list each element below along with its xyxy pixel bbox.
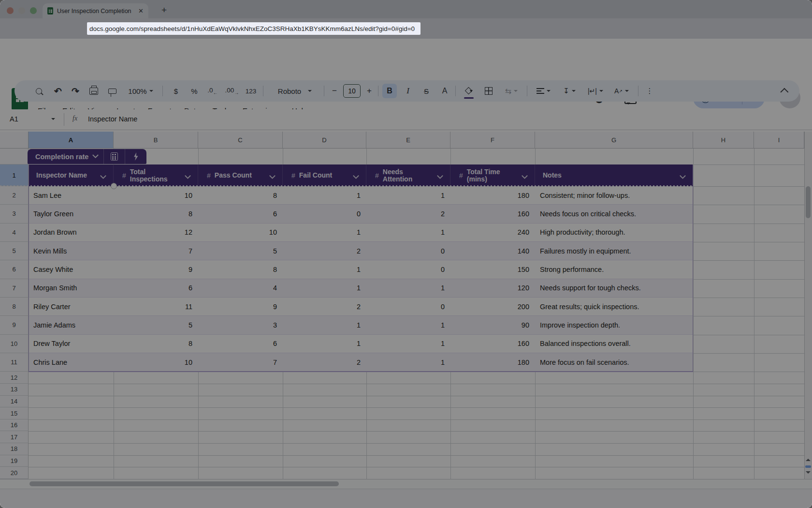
cell-time[interactable]: 120 — [450, 279, 535, 297]
cell-time[interactable]: 180 — [450, 353, 535, 371]
cell-needs[interactable]: 1 — [366, 224, 450, 241]
more-toolbar-icon[interactable]: ⋮ — [643, 80, 656, 102]
cell-notes[interactable]: Needs focus on critical checks. — [535, 205, 693, 223]
column-header-H[interactable]: H — [693, 132, 754, 149]
cell-pass[interactable]: 3 — [198, 316, 283, 334]
table-suggestions-icon[interactable] — [132, 152, 139, 161]
strikethrough-button[interactable]: S — [420, 80, 433, 102]
increase-font-size-button[interactable]: + — [362, 80, 376, 102]
cell-notes[interactable]: Improve inspection depth. — [535, 316, 693, 334]
cell-needs[interactable]: 0 — [366, 260, 450, 278]
cell-fail[interactable]: 1 — [283, 316, 366, 334]
vertical-scrollbar[interactable] — [804, 132, 812, 479]
vertical-align-button[interactable]: ↧ — [559, 80, 580, 102]
scroll-up-icon[interactable] — [806, 459, 811, 461]
zoom-window-button[interactable] — [30, 7, 37, 14]
row-header-10[interactable]: 10 — [0, 335, 29, 353]
row-header-5[interactable]: 5 — [0, 242, 29, 260]
column-header-C[interactable]: C — [198, 132, 283, 149]
cell-pass[interactable]: 8 — [198, 186, 283, 204]
select-all-corner[interactable] — [0, 132, 29, 149]
row-header-13[interactable]: 13 — [0, 384, 29, 396]
more-formats-button[interactable]: 123 — [243, 80, 259, 102]
italic-button[interactable]: I — [401, 80, 415, 102]
cell-time[interactable]: 240 — [450, 224, 535, 241]
font-select[interactable]: Roboto — [270, 80, 320, 102]
cell-needs[interactable]: 1 — [366, 316, 450, 334]
cell-fail[interactable]: 0 — [283, 205, 366, 223]
table-header-notes[interactable]: Notes — [535, 164, 693, 186]
column-header-B[interactable]: B — [114, 132, 198, 149]
row-header-12[interactable]: 12 — [0, 372, 29, 384]
column-header-A[interactable]: A — [29, 132, 114, 149]
table-calculate-icon[interactable] — [111, 152, 118, 161]
column-dropdown-icon[interactable] — [680, 173, 686, 179]
cell-notes[interactable]: Needs support for tough checks. — [535, 279, 693, 297]
cell-notes[interactable]: Balanced inspections overall. — [535, 335, 693, 353]
cell-total[interactable]: 5 — [114, 316, 198, 334]
cell-needs[interactable]: 1 — [366, 279, 450, 297]
text-rotation-button[interactable]: A↗ — [611, 80, 632, 102]
new-tab-button[interactable]: + — [161, 5, 167, 15]
cell-pass[interactable]: 5 — [198, 242, 283, 260]
row-header-7[interactable]: 7 — [0, 279, 29, 298]
cell-time[interactable]: 160 — [450, 335, 535, 353]
row-header-11[interactable]: 11 — [0, 353, 29, 372]
cell-total[interactable]: 10 — [114, 353, 198, 371]
cell-name[interactable]: Jamie Adams — [29, 316, 114, 334]
cell-fail[interactable]: 2 — [283, 242, 366, 260]
borders-button[interactable] — [481, 80, 496, 102]
table-header-time[interactable]: #Total Time (mins) — [450, 164, 535, 186]
column-header-D[interactable]: D — [283, 132, 366, 149]
cell-time[interactable]: 150 — [450, 260, 535, 278]
search-icon[interactable] — [32, 80, 45, 102]
cell-total[interactable]: 8 — [114, 335, 198, 353]
column-dropdown-icon[interactable] — [437, 173, 443, 179]
row-header-16[interactable]: 16 — [0, 419, 29, 432]
cell-total[interactable]: 8 — [114, 205, 198, 223]
cell-fail[interactable]: 1 — [283, 279, 366, 297]
cell-needs[interactable]: 1 — [366, 186, 450, 204]
increase-decimals-button[interactable]: .00→ — [223, 80, 241, 102]
minimize-window-button[interactable] — [18, 7, 25, 14]
horizontal-scrollbar-thumb[interactable] — [29, 481, 339, 486]
redo-icon[interactable]: ↷ — [69, 80, 82, 102]
column-dropdown-icon[interactable] — [522, 173, 528, 179]
cell-total[interactable]: 11 — [114, 298, 198, 315]
cell-total[interactable]: 7 — [114, 242, 198, 260]
cell-fail[interactable]: 1 — [283, 335, 366, 353]
cell-pass[interactable]: 9 — [198, 298, 283, 315]
cell-notes[interactable]: Consistent; minor follow-ups. — [535, 186, 693, 204]
cell-time[interactable]: 140 — [450, 242, 535, 260]
cell-fail[interactable]: 1 — [283, 260, 366, 278]
cell-needs[interactable]: 0 — [366, 242, 450, 260]
name-box-caret-icon[interactable] — [51, 118, 55, 122]
cell-time[interactable]: 180 — [450, 186, 535, 204]
cell-fail[interactable]: 2 — [283, 353, 366, 371]
row-header-20[interactable]: 20 — [0, 467, 29, 479]
cell-total[interactable]: 10 — [114, 186, 198, 204]
cell-pass[interactable]: 7 — [198, 353, 283, 371]
table-chip[interactable]: Completion rate — [28, 149, 146, 164]
cell-notes[interactable]: More focus on fail scenarios. — [535, 353, 693, 371]
table-header-name[interactable]: Inspector Name — [29, 164, 114, 186]
vertical-scrollbar-mini-thumb[interactable] — [805, 465, 811, 468]
cell-pass[interactable]: 8 — [198, 260, 283, 278]
table-header-pass[interactable]: #Pass Count — [198, 164, 283, 186]
cell-total[interactable]: 12 — [114, 224, 198, 241]
table-chip-caret-icon[interactable] — [93, 152, 99, 158]
bold-button[interactable]: B — [382, 80, 397, 102]
vertical-scrollbar-thumb[interactable] — [806, 186, 811, 218]
cell-total[interactable]: 9 — [114, 260, 198, 278]
row-header-19[interactable]: 19 — [0, 455, 29, 467]
paint-format-icon[interactable] — [105, 80, 119, 102]
cell-needs[interactable]: 0 — [366, 298, 450, 315]
cell-notes[interactable]: Strong performance. — [535, 260, 693, 278]
column-dropdown-icon[interactable] — [269, 173, 276, 179]
column-header-G[interactable]: G — [535, 132, 693, 149]
row-header-8[interactable]: 8 — [0, 298, 29, 316]
text-color-button[interactable]: A — [438, 80, 451, 102]
column-dropdown-icon[interactable] — [353, 173, 359, 179]
text-wrap-button[interactable]: |↵| — [585, 80, 606, 102]
print-icon[interactable] — [87, 80, 101, 102]
